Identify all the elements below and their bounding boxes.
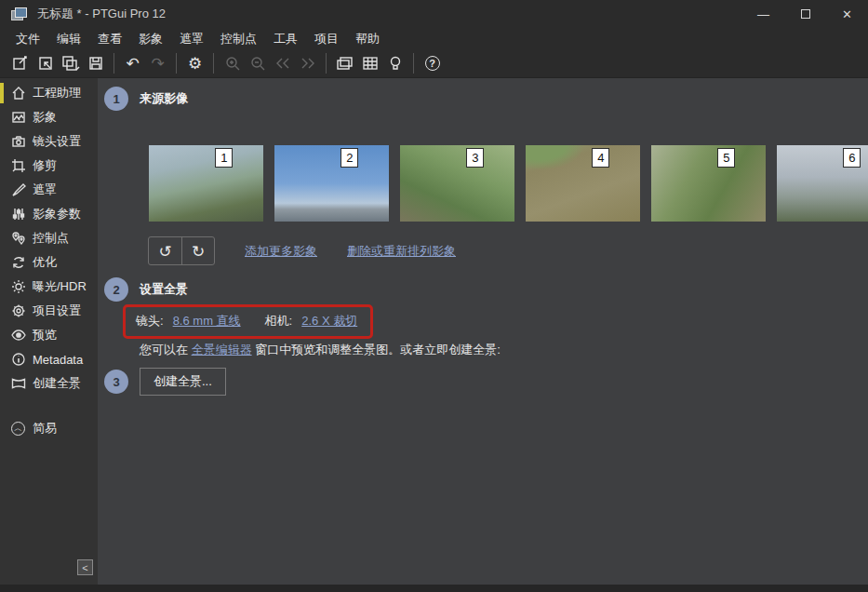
source-image-thumbnail[interactable]: 2: [274, 145, 389, 222]
menu-help[interactable]: 帮助: [347, 29, 388, 49]
menu-tools[interactable]: 工具: [265, 29, 306, 49]
menu-project[interactable]: 项目: [306, 29, 347, 49]
toolbar: ↶ ↷ ⚙ ?: [0, 49, 868, 78]
zoom-in-icon: [220, 51, 245, 75]
menu-view[interactable]: 查看: [89, 29, 130, 49]
menu-images[interactable]: 影象: [130, 29, 171, 49]
next-image-icon: [295, 51, 320, 75]
sidebar-item-label: 工程助理: [33, 85, 81, 101]
project-assistant-panel: 1 来源影像 1 2 3 4 5 6 ↺ ↻ 添加更多影象 删除或重新排列影象: [98, 78, 868, 585]
minimize-button[interactable]: —: [742, 0, 784, 28]
sidebar-item-lens-settings[interactable]: 镜头设置: [0, 129, 98, 154]
menu-mask[interactable]: 遮罩: [171, 29, 212, 49]
sidebar-item-metadata[interactable]: Metadata: [0, 347, 98, 371]
camera-crop-link[interactable]: 2.6 X 裁切: [301, 313, 357, 330]
sidebar-item-simple-mode[interactable]: ︿ 简易: [0, 416, 98, 440]
camera-icon: [10, 134, 26, 149]
red-annotation-box: 镜头: 8.6 mm 直线 相机: 2.6 X 裁切: [123, 304, 373, 339]
panorama-icon: [10, 376, 26, 391]
window-title: 无标题 * - PTGui Pro 12: [37, 6, 166, 22]
sidebar-item-create-panorama[interactable]: 创建全景: [0, 371, 98, 396]
eye-icon: [10, 328, 26, 343]
sidebar-item-label: Metadata: [33, 353, 83, 367]
open-project-icon[interactable]: [33, 51, 58, 75]
bottom-strip: [0, 585, 868, 592]
sidebar-item-label: 优化: [33, 254, 57, 271]
detail-viewer-grid-icon[interactable]: [357, 51, 382, 75]
step2-header: 2 设置全景: [104, 277, 868, 302]
help-icon[interactable]: ?: [420, 51, 445, 75]
sidebar-item-label: 简易: [33, 420, 57, 437]
menu-edit[interactable]: 编辑: [48, 29, 89, 49]
remove-rearrange-images-link[interactable]: 删除或重新排列影象: [347, 243, 456, 260]
sidebar-item-label: 创建全景: [33, 375, 81, 392]
sidebar-item-mask[interactable]: 遮罩: [0, 178, 98, 202]
home-icon: [10, 86, 26, 101]
new-project-icon[interactable]: [7, 51, 33, 75]
previous-image-icon: [270, 51, 295, 75]
create-panorama-button[interactable]: 创建全景...: [140, 368, 226, 396]
gear-icon: [10, 303, 26, 318]
sidebar-item-project-assistant[interactable]: 工程助理: [0, 81, 98, 105]
panorama-editor-icon[interactable]: [332, 51, 357, 75]
maximize-button[interactable]: [784, 0, 826, 28]
source-image-thumbnail[interactable]: 4: [526, 145, 640, 222]
camera-label: 相机:: [265, 313, 293, 330]
source-image-thumbnail[interactable]: 3: [400, 145, 514, 222]
image-number-badge: 6: [843, 148, 861, 168]
source-image-thumbnail[interactable]: 1: [149, 145, 263, 222]
rotate-ccw-button[interactable]: ↺: [149, 237, 181, 264]
sidebar-collapse-button[interactable]: <: [77, 559, 93, 575]
sidebar-item-preview[interactable]: 预览: [0, 323, 98, 347]
save-project-icon[interactable]: [83, 51, 108, 75]
add-more-images-link[interactable]: 添加更多影象: [245, 243, 317, 260]
menu-bar: 文件 编辑 查看 影象 遮罩 控制点 工具 项目 帮助: [0, 28, 868, 49]
rotate-cw-button[interactable]: ↻: [181, 237, 214, 264]
lens-settings-link[interactable]: 8.6 mm 直线: [173, 313, 241, 330]
brush-icon: [10, 182, 26, 197]
light-bulb-icon[interactable]: [382, 51, 407, 75]
map-pins-icon: [10, 231, 26, 246]
toolbar-separator: [413, 53, 414, 74]
redo-icon: ↷: [145, 51, 170, 75]
step1-header: 1 来源影像: [104, 87, 868, 111]
hint-text-after: 窗口中预览和调整全景图。或者立即创建全景:: [252, 343, 501, 357]
sidebar-item-optimizer[interactable]: 优化: [0, 250, 98, 275]
source-image-thumbnail[interactable]: 6: [777, 145, 868, 222]
ptgui-window: 无标题 * - PTGui Pro 12 — ✕ 文件 编辑 查看 影象 遮罩 …: [0, 0, 868, 592]
image-number-badge: 3: [466, 148, 484, 168]
toolbar-separator: [213, 53, 214, 74]
sidebar-item-images[interactable]: 影象: [0, 105, 98, 129]
info-icon: [10, 352, 26, 367]
close-button[interactable]: ✕: [826, 0, 868, 28]
sidebar-item-control-points[interactable]: 控制点: [0, 226, 98, 250]
rotate-button-group: ↺ ↻: [148, 236, 215, 265]
sidebar-item-label: 修剪: [33, 157, 57, 174]
panorama-editor-link[interactable]: 全景编辑器: [192, 343, 252, 357]
zoom-out-icon: [245, 51, 270, 75]
image-number-badge: 2: [341, 148, 358, 168]
sidebar-item-project-settings[interactable]: 项目设置: [0, 299, 98, 323]
sidebar-item-image-parameters[interactable]: 影象参数: [0, 202, 98, 226]
add-images-icon[interactable]: [58, 51, 83, 75]
image-number-badge: 4: [592, 148, 609, 168]
sidebar: 工程助理 影象 镜头设置 修剪 遮罩 影象参数: [0, 78, 98, 585]
menu-control-points[interactable]: 控制点: [212, 29, 265, 49]
refresh-icon: [10, 255, 26, 270]
settings-gear-icon[interactable]: ⚙: [182, 51, 207, 75]
toolbar-separator: [114, 53, 114, 74]
sidebar-item-label: 项目设置: [33, 303, 81, 319]
menu-file[interactable]: 文件: [7, 29, 48, 49]
source-images-strip: 1 2 3 4 5 6: [149, 145, 868, 222]
sidebar-item-exposure-hdr[interactable]: 曝光/HDR: [0, 275, 98, 299]
sidebar-item-label: 预览: [33, 327, 57, 343]
sidebar-item-crop[interactable]: 修剪: [0, 154, 98, 178]
image-icon: [10, 110, 26, 125]
panorama-hint-text: 您可以在 全景编辑器 窗口中预览和调整全景图。或者立即创建全景:: [140, 342, 868, 358]
step3-header: 3 创建全景...: [104, 368, 868, 396]
source-image-thumbnail[interactable]: 5: [651, 145, 766, 222]
image-number-badge: 1: [215, 148, 233, 168]
undo-icon[interactable]: ↶: [120, 51, 145, 75]
crop-icon: [10, 158, 26, 173]
step1-title: 来源影像: [140, 90, 188, 107]
